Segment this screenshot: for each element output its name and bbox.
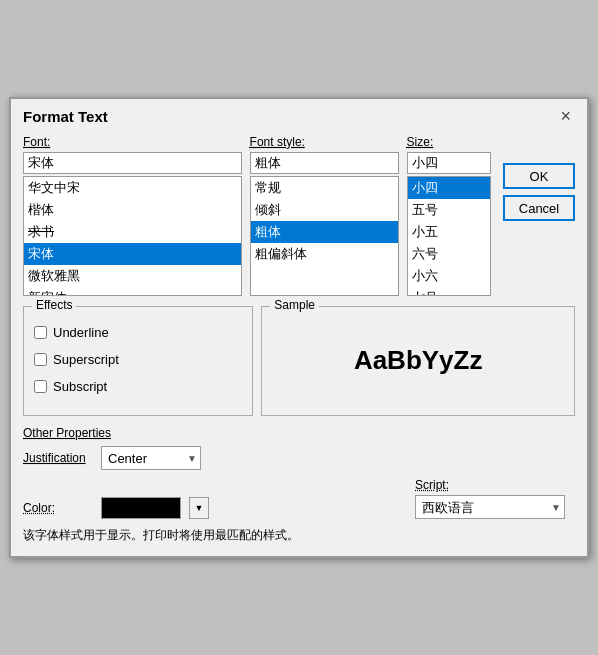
buttons-column: OK Cancel bbox=[503, 135, 575, 296]
cancel-button[interactable]: Cancel bbox=[503, 195, 575, 221]
font-item-2[interactable]: 楷体 bbox=[24, 199, 241, 221]
justification-row: Justification Left Center Right Justify … bbox=[23, 446, 575, 470]
script-color-section: Color: ▼ Script: 西欧语言 中文 日文 韩文 ▼ bbox=[23, 478, 575, 519]
justification-select[interactable]: Left Center Right Justify bbox=[101, 446, 201, 470]
color-row: Color: ▼ bbox=[23, 497, 209, 519]
style-item-3[interactable]: 粗体 bbox=[251, 221, 398, 243]
subscript-row: Subscript bbox=[34, 379, 242, 394]
font-style-input[interactable] bbox=[250, 152, 399, 174]
script-section: Script: 西欧语言 中文 日文 韩文 ▼ bbox=[415, 478, 575, 519]
superscript-checkbox[interactable] bbox=[34, 353, 47, 366]
footer-text: 该字体样式用于显示。打印时将使用最匹配的样式。 bbox=[23, 527, 575, 544]
font-style-list: 常规 倾斜 粗体 粗偏斜体 bbox=[250, 176, 399, 296]
font-input[interactable] bbox=[23, 152, 242, 174]
style-item-4[interactable]: 粗偏斜体 bbox=[251, 243, 398, 265]
format-text-dialog: Format Text × Font: 华文中宋 楷体 求书 宋体 微软雅黑 新… bbox=[9, 97, 589, 558]
title-bar: Format Text × bbox=[23, 107, 575, 125]
font-list-inner[interactable]: 华文中宋 楷体 求书 宋体 微软雅黑 新宋体 幼圆 bbox=[24, 177, 241, 295]
underline-label: Underline bbox=[53, 325, 109, 340]
superscript-row: Superscript bbox=[34, 352, 242, 367]
justification-dropdown-wrapper: Left Center Right Justify ▼ bbox=[101, 446, 201, 470]
script-select[interactable]: 西欧语言 中文 日文 韩文 bbox=[415, 495, 565, 519]
middle-section: Effects Underline Superscript Subscript … bbox=[23, 306, 575, 416]
size-item-5[interactable]: 小六 bbox=[408, 265, 490, 287]
font-style-column: Font style: 常规 倾斜 粗体 粗偏斜体 bbox=[250, 135, 399, 296]
script-dropdown-wrapper: 西欧语言 中文 日文 韩文 ▼ bbox=[415, 495, 565, 519]
underline-checkbox[interactable] bbox=[34, 326, 47, 339]
style-item-1[interactable]: 常规 bbox=[251, 177, 398, 199]
font-label: Font: bbox=[23, 135, 242, 149]
other-props-label: Other Properties bbox=[23, 426, 575, 440]
underline-row: Underline bbox=[34, 325, 242, 340]
font-item-5[interactable]: 微软雅黑 bbox=[24, 265, 241, 287]
color-preview bbox=[101, 497, 181, 519]
dialog-title: Format Text bbox=[23, 108, 108, 125]
sample-box: Sample AaBbYyZz bbox=[261, 306, 575, 416]
font-item-3[interactable]: 求书 bbox=[24, 221, 241, 243]
size-item-1[interactable]: 小四 bbox=[408, 177, 490, 199]
justification-label: Justification bbox=[23, 451, 93, 465]
script-label: Script: bbox=[415, 478, 449, 492]
size-list: 小四 五号 小五 六号 小六 七号 八号 bbox=[407, 176, 491, 296]
size-item-6[interactable]: 七号 bbox=[408, 287, 490, 295]
size-input[interactable] bbox=[407, 152, 491, 174]
sample-text: AaBbYyZz bbox=[354, 345, 483, 376]
ok-button[interactable]: OK bbox=[503, 163, 575, 189]
effects-box: Effects Underline Superscript Subscript bbox=[23, 306, 253, 416]
other-properties-section: Other Properties Justification Left Cent… bbox=[23, 426, 575, 470]
font-fields-row: Font: 华文中宋 楷体 求书 宋体 微软雅黑 新宋体 幼圆 Font sty… bbox=[23, 135, 575, 296]
size-item-2[interactable]: 五号 bbox=[408, 199, 490, 221]
size-label: Size: bbox=[407, 135, 491, 149]
font-style-label: Font style: bbox=[250, 135, 399, 149]
font-item-4[interactable]: 宋体 bbox=[24, 243, 241, 265]
font-item-6[interactable]: 新宋体 bbox=[24, 287, 241, 295]
sample-legend: Sample bbox=[270, 298, 319, 312]
subscript-checkbox[interactable] bbox=[34, 380, 47, 393]
close-button[interactable]: × bbox=[556, 107, 575, 125]
font-list: 华文中宋 楷体 求书 宋体 微软雅黑 新宋体 幼圆 bbox=[23, 176, 242, 296]
font-size-column: Size: 小四 五号 小五 六号 小六 七号 八号 bbox=[407, 135, 491, 296]
color-dropdown-button[interactable]: ▼ bbox=[189, 497, 209, 519]
style-item-2[interactable]: 倾斜 bbox=[251, 199, 398, 221]
font-item-1[interactable]: 华文中宋 bbox=[24, 177, 241, 199]
superscript-label: Superscript bbox=[53, 352, 119, 367]
font-name-column: Font: 华文中宋 楷体 求书 宋体 微软雅黑 新宋体 幼圆 bbox=[23, 135, 242, 296]
font-style-list-inner[interactable]: 常规 倾斜 粗体 粗偏斜体 bbox=[251, 177, 398, 295]
size-item-3[interactable]: 小五 bbox=[408, 221, 490, 243]
subscript-label: Subscript bbox=[53, 379, 107, 394]
color-label: Color: bbox=[23, 501, 93, 515]
effects-legend: Effects bbox=[32, 298, 76, 312]
size-list-inner[interactable]: 小四 五号 小五 六号 小六 七号 八号 bbox=[408, 177, 490, 295]
size-item-4[interactable]: 六号 bbox=[408, 243, 490, 265]
